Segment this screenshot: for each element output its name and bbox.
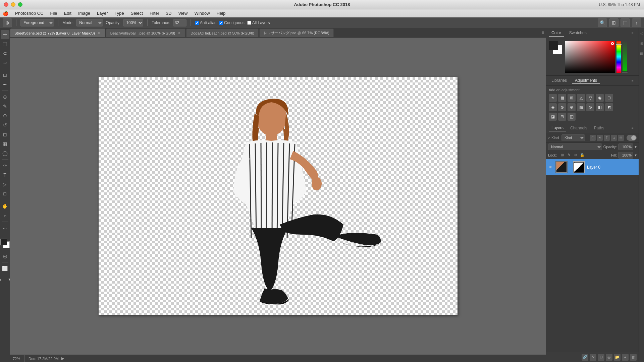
filter-smart-icon[interactable]: ◎	[618, 135, 624, 141]
menu-select[interactable]: Select	[128, 10, 146, 16]
crop-tool[interactable]: ⊡	[1, 71, 9, 79]
close-button[interactable]	[4, 2, 8, 7]
tab-dogs[interactable]: DogsAtTheBeach.psd @ 50% (RGB/8)	[186, 28, 259, 37]
workspace-button[interactable]: ⊞	[609, 18, 619, 27]
move-down-tool[interactable]: ▼	[5, 275, 10, 284]
arrange-button[interactable]: ⬚	[621, 18, 630, 27]
adj-color-balance[interactable]: ⊡	[605, 94, 613, 102]
color-saturation-box[interactable]	[565, 41, 615, 73]
lock-all-icon[interactable]: 🔒	[580, 153, 585, 158]
tab-paths[interactable]: Paths	[591, 125, 607, 131]
lasso-tool[interactable]: ⊂	[1, 49, 9, 58]
panel-icon-1[interactable]: ⊞	[639, 41, 644, 46]
menu-help[interactable]: Help	[214, 10, 228, 16]
opacity-arrow[interactable]: ▾	[635, 144, 637, 149]
layers-panel-menu[interactable]: ≡	[629, 125, 636, 131]
panel-icon-2[interactable]: ▦	[639, 51, 644, 56]
tab-swatches[interactable]: Swatches	[567, 30, 589, 37]
adj-threshold[interactable]: ◩	[605, 103, 613, 111]
tab-panda[interactable]: レッサーパンダ.psd @ 66.7% (RGB/8#)	[259, 28, 334, 37]
fill-arrow[interactable]: ▾	[635, 153, 637, 158]
new-layer-icon[interactable]: +	[622, 354, 629, 361]
menu-filter[interactable]: Filter	[147, 10, 162, 16]
adj-photo-filter[interactable]: ⊗	[558, 103, 566, 111]
adj-gradient-map[interactable]: ◪	[549, 113, 557, 121]
menu-layer[interactable]: Layer	[94, 10, 111, 16]
filter-adjustment-icon[interactable]: ☀	[597, 135, 603, 141]
path-selection-tool[interactable]: ▷	[1, 180, 9, 189]
tab-close-street[interactable]: ×	[97, 31, 101, 35]
adj-brightness[interactable]: ☀	[549, 94, 557, 102]
adjustment-layer-icon[interactable]: ◎	[606, 354, 612, 361]
filter-toggle[interactable]	[627, 135, 637, 141]
apple-menu[interactable]: 🍎	[3, 11, 8, 16]
adj-bw[interactable]: ◈	[549, 103, 557, 111]
type-tool[interactable]: T	[1, 171, 9, 179]
add-mask-icon[interactable]: ⊟	[598, 354, 604, 361]
menu-edit[interactable]: Edit	[61, 10, 74, 16]
clone-tool[interactable]: ⊙	[1, 111, 9, 120]
kind-filter-select[interactable]: Kind Name Effect	[561, 134, 585, 141]
color-swatches[interactable]	[0, 239, 10, 248]
all-layers-checkbox[interactable]	[247, 21, 251, 25]
extra-tool[interactable]: ···	[1, 224, 9, 232]
menu-view[interactable]: View	[175, 10, 190, 16]
opacity-select[interactable]: 100% 75% 50%	[123, 19, 143, 26]
lock-artboard-icon[interactable]: ⊕	[573, 153, 578, 158]
lock-position-icon[interactable]: ✎	[566, 153, 572, 158]
menu-file[interactable]: File	[48, 10, 60, 16]
heal-tool[interactable]: ⊕	[1, 93, 9, 101]
eyedropper-tool[interactable]: ✒	[1, 80, 9, 89]
dodge-tool[interactable]: ◯	[1, 149, 9, 158]
menu-type[interactable]: Type	[112, 10, 127, 16]
collapse-strip-icon[interactable]: ◁	[639, 31, 644, 36]
screen-mode-toggle[interactable]: ⬜	[1, 264, 9, 273]
blend-mode-select[interactable]: Normal Multiply Screen Overlay	[548, 143, 602, 150]
canvas-area[interactable]	[10, 38, 546, 355]
tab-channels[interactable]: Channels	[568, 125, 590, 131]
maximize-button[interactable]	[18, 2, 22, 7]
eraser-tool[interactable]: ◻	[1, 130, 9, 139]
fx-icon[interactable]: fx	[590, 354, 596, 361]
all-layers-label[interactable]: All Layers	[247, 20, 270, 25]
adj-panel-menu[interactable]: ≡	[629, 77, 636, 84]
menu-3d[interactable]: 3D	[163, 10, 174, 16]
shape-tool[interactable]: □	[1, 189, 9, 198]
adj-channel-mixer[interactable]: ⊕	[568, 103, 576, 111]
layer-visibility-toggle[interactable]: 👁	[548, 165, 553, 170]
filter-type-icon[interactable]: T	[604, 135, 610, 141]
lock-pixel-icon[interactable]: ⊞	[559, 153, 565, 158]
gradient-tool[interactable]: ▦	[1, 139, 9, 148]
share-button[interactable]: ↑	[632, 18, 641, 27]
collapse-tabs-button[interactable]: ≡	[539, 28, 546, 37]
brush-tool[interactable]: ✎	[1, 102, 9, 111]
adj-exposure[interactable]: △	[577, 94, 585, 102]
tolerance-input[interactable]	[173, 19, 186, 26]
move-up-tool[interactable]: ▲	[0, 275, 5, 284]
adj-hsl[interactable]: ◉	[596, 94, 604, 102]
color-panel-menu[interactable]: ≡	[629, 30, 636, 37]
menu-photoshop[interactable]: Photoshop CC	[12, 10, 46, 16]
contiguous-label[interactable]: Contiguous	[219, 20, 245, 25]
menu-window[interactable]: Window	[192, 10, 212, 16]
foreground-color-swatch[interactable]	[0, 239, 7, 245]
tab-beach-volleyball[interactable]: BeachVolleyball_.psd @ 100% (RGB/8) ×	[106, 28, 185, 37]
filter-pixel-icon[interactable]: ⬚	[590, 135, 596, 141]
tab-libraries[interactable]: Libraries	[549, 77, 570, 84]
anti-alias-checkbox[interactable]	[195, 21, 199, 25]
minimize-button[interactable]	[11, 2, 15, 7]
group-layers-icon[interactable]: 📁	[614, 354, 621, 361]
mode-select[interactable]: Normal	[76, 19, 103, 26]
adj-selective-color[interactable]: ⊟	[558, 113, 566, 121]
pen-tool[interactable]: ✑	[1, 161, 9, 170]
menu-image[interactable]: Image	[75, 10, 93, 16]
add-link-icon[interactable]: 🔗	[582, 354, 588, 361]
adj-vibrance[interactable]: ▽	[586, 94, 594, 102]
anti-alias-label[interactable]: Anti-alias	[195, 20, 216, 25]
tool-options-icon[interactable]: ⊕	[3, 18, 12, 27]
fill-input[interactable]	[618, 152, 633, 159]
tab-layers[interactable]: Layers	[549, 125, 566, 131]
search-button[interactable]: 🔍	[598, 18, 607, 27]
adj-levels[interactable]: ▦	[558, 94, 566, 102]
filter-shape-icon[interactable]: □	[611, 135, 617, 141]
